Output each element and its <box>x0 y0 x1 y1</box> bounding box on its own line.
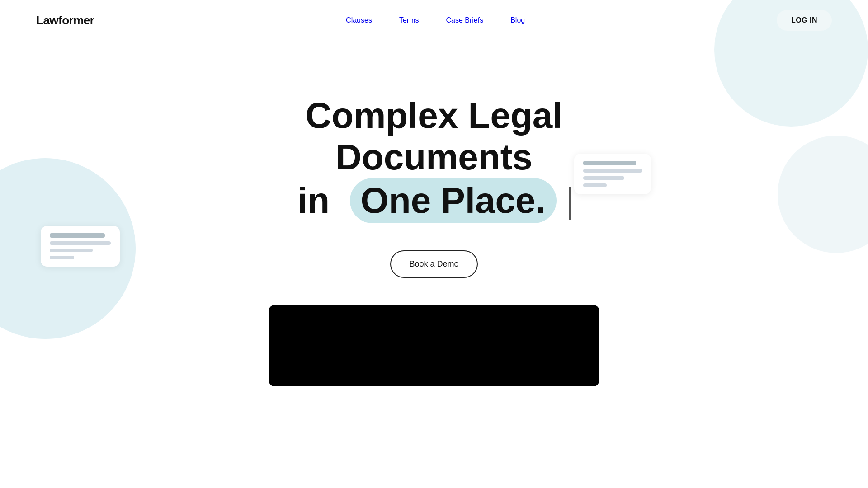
video-preview[interactable] <box>269 305 599 386</box>
card-line <box>583 183 607 187</box>
hero-highlight: One Place. <box>350 178 557 223</box>
nav-link-blog[interactable]: Blog <box>510 16 525 24</box>
book-demo-button[interactable]: Book a Demo <box>390 250 477 278</box>
card-line <box>583 161 636 165</box>
card-line <box>583 169 642 173</box>
hero-section: Complex Legal Documents in One Place. Bo… <box>0 41 868 413</box>
nav-link-case-briefs[interactable]: Case Briefs <box>446 16 483 24</box>
card-line <box>50 256 74 259</box>
card-line <box>50 241 111 245</box>
card-line <box>583 176 624 180</box>
floating-card-left <box>41 226 120 267</box>
navbar: Lawformer Clauses Terms Case Briefs Blog… <box>0 0 868 41</box>
nav-link-terms[interactable]: Terms <box>399 16 419 24</box>
hero-line2-prefix: in <box>297 180 330 221</box>
login-button[interactable]: LOG IN <box>777 10 832 31</box>
logo[interactable]: Lawformer <box>36 14 94 27</box>
floating-card-right <box>574 154 651 194</box>
card-line <box>50 233 105 238</box>
nav-links: Clauses Terms Case Briefs Blog <box>94 16 776 24</box>
text-cursor <box>569 187 571 220</box>
card-line <box>50 249 93 252</box>
hero-line1: Complex Legal Documents <box>305 95 562 177</box>
nav-link-clauses[interactable]: Clauses <box>346 16 372 24</box>
